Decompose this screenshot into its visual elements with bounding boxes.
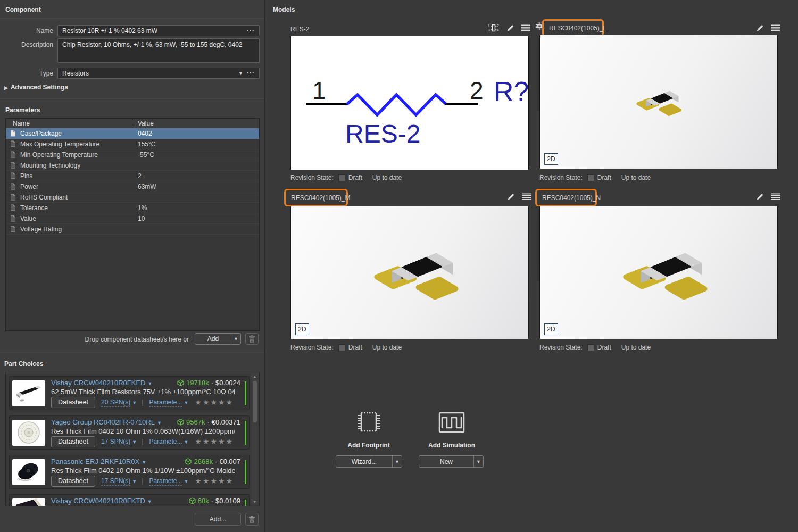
footprint-3d-preview-l[interactable]: 2D	[539, 35, 778, 169]
parameter-icon	[10, 130, 16, 137]
draft-checkbox[interactable]	[338, 344, 345, 351]
divider	[0, 98, 264, 99]
part-choices-scrollbar[interactable]: ▲ ▼	[252, 373, 258, 505]
parameter-row[interactable]: Value 10	[6, 213, 259, 224]
datasheet-button[interactable]: Datasheet	[51, 436, 95, 447]
chevron-down-icon: ▼	[132, 439, 137, 445]
supply-box-icon	[177, 379, 184, 386]
chevron-down-icon[interactable]: ▼	[231, 334, 240, 344]
model-title-footprint-n[interactable]: RESC0402(1005)_N	[542, 194, 601, 202]
part-title-link[interactable]: Panasonic ERJ-2RKF10R0X▼	[51, 458, 146, 466]
delete-part-choice-button[interactable]	[245, 513, 259, 526]
parameter-row[interactable]: Case/Package 0402	[6, 128, 259, 139]
type-dropdown[interactable]: Resistors ▼ ···	[57, 68, 260, 79]
column-header-name[interactable]: Name	[13, 120, 30, 127]
symbol-preview-canvas[interactable]: 1 2 R? RES-2	[290, 36, 529, 170]
spn-label: 17 SPN(s)	[101, 438, 130, 446]
edit-pencil-icon[interactable]	[506, 24, 514, 32]
lifecycle-indicator	[245, 381, 246, 405]
footprint-wizard-button[interactable]: Wizard... ▼	[336, 455, 402, 468]
name-field[interactable]: Resistor 10R +/-1 % 0402 63 mW ···	[57, 25, 260, 36]
scroll-up-icon[interactable]: ▲	[252, 375, 258, 378]
parameter-name: Power	[20, 183, 38, 190]
part-choice-row[interactable]: Vishay CRCW040210R0FKTD▼ 68k · $0.0109	[9, 494, 250, 506]
rating-stars[interactable]: ★★★★★	[195, 398, 234, 406]
model-title-symbol[interactable]: RES-2	[290, 26, 309, 33]
description-field[interactable]: Chip Resistor, 10 Ohms, +/-1 %, 63 mW, -…	[57, 38, 260, 63]
part-choice-row[interactable]: Panasonic ERJ-2RKF10R0X▼ 2668k · €0.007 …	[9, 455, 250, 489]
draft-label: Draft	[348, 344, 362, 351]
supply-box-icon	[185, 458, 192, 465]
spn-dropdown[interactable]: 17 SPN(s)▼	[101, 477, 137, 485]
column-header-value[interactable]: Value	[138, 120, 154, 127]
scroll-down-icon[interactable]: ▼	[252, 500, 258, 504]
footprint-3d-preview-n[interactable]: 2D	[539, 206, 778, 339]
part-choice-row[interactable]: Yageo Group RC0402FR-0710RL▼ 9567k · €0.…	[9, 415, 250, 450]
part-title-link[interactable]: Vishay CRCW040210R0FKTD▼	[51, 497, 152, 505]
spn-dropdown[interactable]: 20 SPN(s)▼	[101, 398, 137, 406]
chevron-down-icon[interactable]: ▼	[392, 456, 402, 467]
menu-icon[interactable]	[522, 193, 531, 200]
add-part-choice-button[interactable]: Add...	[195, 513, 241, 526]
scrollbar-thumb[interactable]	[253, 381, 257, 422]
view-2d-button[interactable]: 2D	[544, 153, 558, 165]
add-simulation-icon[interactable]	[438, 411, 466, 434]
model-title-footprint-l[interactable]: RESC0402(1005)_L	[549, 24, 606, 32]
parameters-dropdown[interactable]: Paramete...▼	[149, 438, 188, 445]
model-title-footprint-m[interactable]: RESC0402(1005)_M	[291, 194, 350, 202]
ellipsis-button[interactable]: ···	[247, 26, 255, 34]
parameter-row[interactable]: Pins 2	[6, 171, 259, 181]
parameter-row[interactable]: Tolerance 1%	[6, 203, 259, 213]
parameters-dropdown[interactable]: Paramete...▼	[149, 477, 188, 485]
edit-pencil-icon[interactable]	[756, 24, 764, 32]
parameter-name: Value	[20, 215, 36, 222]
view-2d-button[interactable]: 2D	[544, 323, 558, 335]
footprint-3d-preview-m[interactable]: 2D	[290, 206, 529, 339]
stock-count: 68k	[198, 497, 209, 505]
spn-dropdown[interactable]: 17 SPN(s)▼	[101, 438, 137, 445]
rating-stars[interactable]: ★★★★★	[195, 437, 234, 446]
draft-checkbox[interactable]	[587, 174, 594, 181]
parameter-name: Tolerance	[20, 204, 48, 212]
column-divider[interactable]	[132, 120, 132, 127]
parameter-row[interactable]: Mounting Technology	[6, 160, 259, 171]
part-title-link[interactable]: Yageo Group RC0402FR-0710RL▼	[51, 418, 162, 426]
menu-icon[interactable]	[771, 193, 780, 200]
status-badge: Up to date	[372, 344, 402, 351]
datasheet-button[interactable]: Datasheet	[51, 476, 95, 487]
draft-checkbox[interactable]	[338, 174, 345, 181]
view-2d-label: 2D	[547, 155, 555, 163]
meta-separator: ·	[207, 418, 209, 426]
chevron-down-icon: ▼	[157, 420, 162, 426]
divider	[0, 18, 264, 19]
parameters-table-header[interactable]: Name Value	[6, 119, 259, 128]
delete-datasheet-button[interactable]	[245, 333, 259, 345]
part-choice-row[interactable]: Vishay CRCW040210R0FKED▼ 19718k · $0.002…	[9, 376, 250, 410]
pin-map-icon[interactable]: 1 3 2 4	[488, 24, 500, 32]
menu-icon[interactable]	[521, 24, 530, 31]
parameter-row[interactable]: Voltage Rating	[6, 224, 259, 235]
parameters-dropdown[interactable]: Paramete...▼	[149, 398, 188, 406]
parameter-row[interactable]: RoHS Compliant	[6, 192, 259, 203]
ellipsis-button[interactable]: ···	[247, 69, 255, 76]
resistor-3d-model	[291, 206, 528, 339]
part-title-link[interactable]: Vishay CRCW040210R0FKED▼	[51, 379, 152, 387]
datasheet-button[interactable]: Datasheet	[51, 397, 95, 408]
parameter-row[interactable]: Max Operating Temperature 155°C	[6, 139, 259, 149]
parameter-row[interactable]: Min Operating Temperature -55°C	[6, 149, 259, 160]
edit-pencil-icon[interactable]	[507, 193, 515, 201]
chevron-down-icon[interactable]: ▼	[473, 456, 483, 467]
rating-stars[interactable]: ★★★★★	[195, 477, 234, 485]
view-2d-button[interactable]: 2D	[295, 323, 309, 335]
draft-checkbox[interactable]	[587, 344, 594, 351]
add-datasheet-button[interactable]: Add ▼	[195, 333, 241, 345]
edit-pencil-icon[interactable]	[756, 193, 764, 201]
new-simulation-button[interactable]: New ▼	[419, 455, 484, 468]
advanced-settings-toggle[interactable]: ▶Advanced Settings	[4, 84, 68, 91]
parameter-row[interactable]: Power 63mW	[6, 181, 259, 192]
add-footprint-icon[interactable]	[354, 408, 384, 437]
component-section-title: Component	[5, 6, 41, 13]
menu-icon[interactable]	[771, 24, 780, 31]
add-button-label: Add	[195, 334, 231, 344]
stock-count: 2668k	[194, 458, 212, 466]
